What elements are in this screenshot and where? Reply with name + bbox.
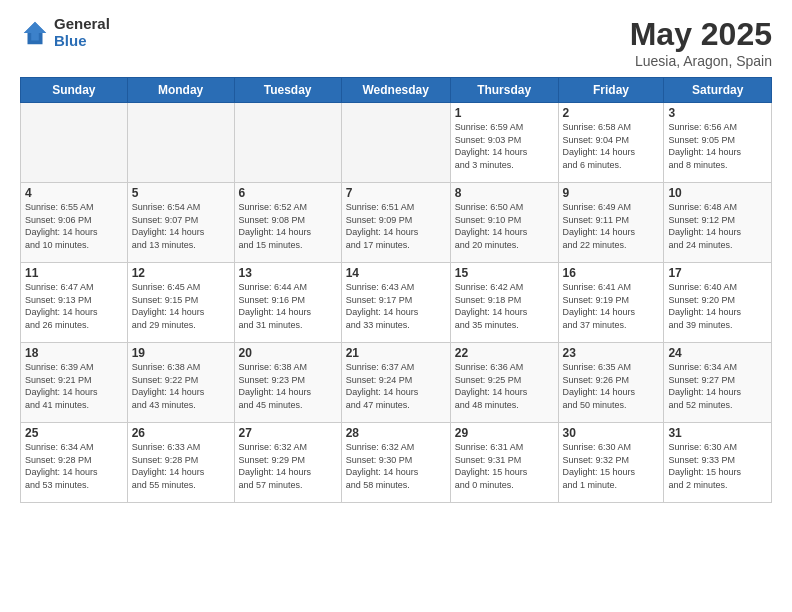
calendar-cell	[234, 103, 341, 183]
day-of-week-header: Thursday	[450, 78, 558, 103]
day-info: Sunrise: 6:42 AMSunset: 9:18 PMDaylight:…	[455, 281, 554, 331]
logo-general-text: General	[54, 16, 110, 33]
main-title: May 2025	[630, 16, 772, 53]
calendar-cell: 22Sunrise: 6:36 AMSunset: 9:25 PMDayligh…	[450, 343, 558, 423]
calendar-cell: 4Sunrise: 6:55 AMSunset: 9:06 PMDaylight…	[21, 183, 128, 263]
day-number: 5	[132, 186, 230, 200]
calendar-header: SundayMondayTuesdayWednesdayThursdayFrid…	[21, 78, 772, 103]
day-info: Sunrise: 6:59 AMSunset: 9:03 PMDaylight:…	[455, 121, 554, 171]
day-info: Sunrise: 6:38 AMSunset: 9:22 PMDaylight:…	[132, 361, 230, 411]
day-number: 25	[25, 426, 123, 440]
page: General Blue May 2025 Luesia, Aragon, Sp…	[0, 0, 792, 612]
calendar-cell: 21Sunrise: 6:37 AMSunset: 9:24 PMDayligh…	[341, 343, 450, 423]
calendar-cell: 23Sunrise: 6:35 AMSunset: 9:26 PMDayligh…	[558, 343, 664, 423]
day-info: Sunrise: 6:55 AMSunset: 9:06 PMDaylight:…	[25, 201, 123, 251]
day-info: Sunrise: 6:41 AMSunset: 9:19 PMDaylight:…	[563, 281, 660, 331]
day-number: 28	[346, 426, 446, 440]
day-number: 17	[668, 266, 767, 280]
day-of-week-header: Wednesday	[341, 78, 450, 103]
day-of-week-header: Tuesday	[234, 78, 341, 103]
day-info: Sunrise: 6:34 AMSunset: 9:27 PMDaylight:…	[668, 361, 767, 411]
calendar-week-row: 1Sunrise: 6:59 AMSunset: 9:03 PMDaylight…	[21, 103, 772, 183]
day-info: Sunrise: 6:56 AMSunset: 9:05 PMDaylight:…	[668, 121, 767, 171]
calendar-cell: 29Sunrise: 6:31 AMSunset: 9:31 PMDayligh…	[450, 423, 558, 503]
day-number: 18	[25, 346, 123, 360]
day-info: Sunrise: 6:44 AMSunset: 9:16 PMDaylight:…	[239, 281, 337, 331]
day-info: Sunrise: 6:36 AMSunset: 9:25 PMDaylight:…	[455, 361, 554, 411]
title-block: May 2025 Luesia, Aragon, Spain	[630, 16, 772, 69]
calendar-cell: 8Sunrise: 6:50 AMSunset: 9:10 PMDaylight…	[450, 183, 558, 263]
day-info: Sunrise: 6:51 AMSunset: 9:09 PMDaylight:…	[346, 201, 446, 251]
calendar-cell: 7Sunrise: 6:51 AMSunset: 9:09 PMDaylight…	[341, 183, 450, 263]
calendar-cell: 18Sunrise: 6:39 AMSunset: 9:21 PMDayligh…	[21, 343, 128, 423]
day-info: Sunrise: 6:32 AMSunset: 9:30 PMDaylight:…	[346, 441, 446, 491]
calendar-week-row: 25Sunrise: 6:34 AMSunset: 9:28 PMDayligh…	[21, 423, 772, 503]
svg-marker-1	[24, 21, 47, 40]
day-number: 13	[239, 266, 337, 280]
day-number: 12	[132, 266, 230, 280]
calendar-cell: 5Sunrise: 6:54 AMSunset: 9:07 PMDaylight…	[127, 183, 234, 263]
day-number: 8	[455, 186, 554, 200]
day-info: Sunrise: 6:38 AMSunset: 9:23 PMDaylight:…	[239, 361, 337, 411]
day-of-week-header: Sunday	[21, 78, 128, 103]
calendar-week-row: 4Sunrise: 6:55 AMSunset: 9:06 PMDaylight…	[21, 183, 772, 263]
calendar-cell: 9Sunrise: 6:49 AMSunset: 9:11 PMDaylight…	[558, 183, 664, 263]
calendar-cell	[21, 103, 128, 183]
calendar-cell: 17Sunrise: 6:40 AMSunset: 9:20 PMDayligh…	[664, 263, 772, 343]
day-of-week-header: Friday	[558, 78, 664, 103]
calendar-cell: 30Sunrise: 6:30 AMSunset: 9:32 PMDayligh…	[558, 423, 664, 503]
calendar-table: SundayMondayTuesdayWednesdayThursdayFrid…	[20, 77, 772, 503]
day-number: 1	[455, 106, 554, 120]
day-number: 20	[239, 346, 337, 360]
calendar-cell: 27Sunrise: 6:32 AMSunset: 9:29 PMDayligh…	[234, 423, 341, 503]
logo-blue-text: Blue	[54, 33, 110, 50]
calendar-cell: 1Sunrise: 6:59 AMSunset: 9:03 PMDaylight…	[450, 103, 558, 183]
calendar-cell	[341, 103, 450, 183]
day-info: Sunrise: 6:30 AMSunset: 9:33 PMDaylight:…	[668, 441, 767, 491]
day-number: 21	[346, 346, 446, 360]
calendar-cell: 6Sunrise: 6:52 AMSunset: 9:08 PMDaylight…	[234, 183, 341, 263]
day-number: 10	[668, 186, 767, 200]
calendar-body: 1Sunrise: 6:59 AMSunset: 9:03 PMDaylight…	[21, 103, 772, 503]
day-info: Sunrise: 6:40 AMSunset: 9:20 PMDaylight:…	[668, 281, 767, 331]
calendar-cell: 26Sunrise: 6:33 AMSunset: 9:28 PMDayligh…	[127, 423, 234, 503]
calendar-cell: 20Sunrise: 6:38 AMSunset: 9:23 PMDayligh…	[234, 343, 341, 423]
day-number: 24	[668, 346, 767, 360]
day-number: 31	[668, 426, 767, 440]
logo: General Blue	[20, 16, 110, 49]
day-info: Sunrise: 6:30 AMSunset: 9:32 PMDaylight:…	[563, 441, 660, 491]
day-info: Sunrise: 6:35 AMSunset: 9:26 PMDaylight:…	[563, 361, 660, 411]
day-number: 2	[563, 106, 660, 120]
day-info: Sunrise: 6:48 AMSunset: 9:12 PMDaylight:…	[668, 201, 767, 251]
subtitle: Luesia, Aragon, Spain	[630, 53, 772, 69]
calendar-week-row: 18Sunrise: 6:39 AMSunset: 9:21 PMDayligh…	[21, 343, 772, 423]
day-number: 26	[132, 426, 230, 440]
calendar-cell: 15Sunrise: 6:42 AMSunset: 9:18 PMDayligh…	[450, 263, 558, 343]
day-info: Sunrise: 6:34 AMSunset: 9:28 PMDaylight:…	[25, 441, 123, 491]
day-number: 16	[563, 266, 660, 280]
day-info: Sunrise: 6:45 AMSunset: 9:15 PMDaylight:…	[132, 281, 230, 331]
calendar-cell: 28Sunrise: 6:32 AMSunset: 9:30 PMDayligh…	[341, 423, 450, 503]
days-of-week-row: SundayMondayTuesdayWednesdayThursdayFrid…	[21, 78, 772, 103]
calendar-cell: 10Sunrise: 6:48 AMSunset: 9:12 PMDayligh…	[664, 183, 772, 263]
day-number: 30	[563, 426, 660, 440]
day-info: Sunrise: 6:43 AMSunset: 9:17 PMDaylight:…	[346, 281, 446, 331]
day-of-week-header: Monday	[127, 78, 234, 103]
calendar-cell	[127, 103, 234, 183]
day-info: Sunrise: 6:33 AMSunset: 9:28 PMDaylight:…	[132, 441, 230, 491]
day-info: Sunrise: 6:32 AMSunset: 9:29 PMDaylight:…	[239, 441, 337, 491]
day-number: 23	[563, 346, 660, 360]
logo-text: General Blue	[54, 16, 110, 49]
day-info: Sunrise: 6:31 AMSunset: 9:31 PMDaylight:…	[455, 441, 554, 491]
day-info: Sunrise: 6:47 AMSunset: 9:13 PMDaylight:…	[25, 281, 123, 331]
calendar-cell: 2Sunrise: 6:58 AMSunset: 9:04 PMDaylight…	[558, 103, 664, 183]
day-info: Sunrise: 6:54 AMSunset: 9:07 PMDaylight:…	[132, 201, 230, 251]
day-number: 29	[455, 426, 554, 440]
logo-icon	[20, 18, 50, 48]
day-number: 14	[346, 266, 446, 280]
calendar-cell: 24Sunrise: 6:34 AMSunset: 9:27 PMDayligh…	[664, 343, 772, 423]
header: General Blue May 2025 Luesia, Aragon, Sp…	[20, 16, 772, 69]
calendar-week-row: 11Sunrise: 6:47 AMSunset: 9:13 PMDayligh…	[21, 263, 772, 343]
day-number: 15	[455, 266, 554, 280]
calendar-cell: 16Sunrise: 6:41 AMSunset: 9:19 PMDayligh…	[558, 263, 664, 343]
